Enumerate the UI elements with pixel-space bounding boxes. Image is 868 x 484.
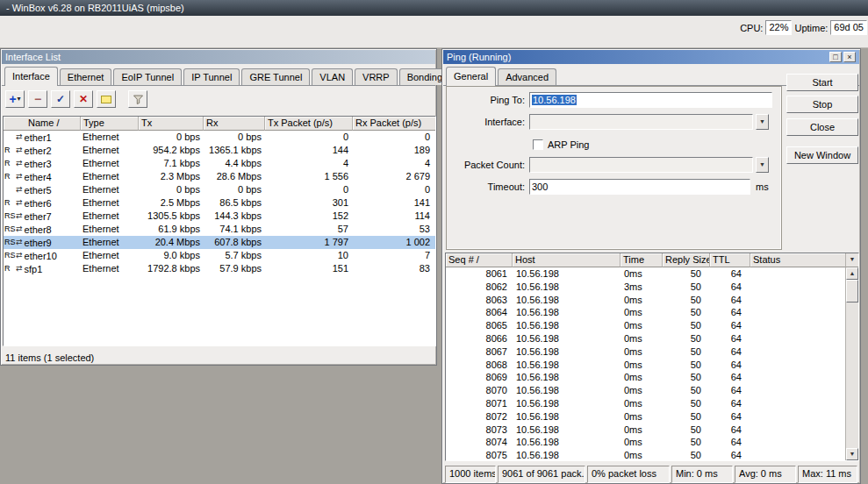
interface-tx-packet: 152 [265,210,353,223]
column-rx-packet[interactable]: Rx Packet (p/s) [353,117,435,131]
tab-vlan[interactable]: VLAN [312,68,353,85]
ping-status [750,267,845,281]
tab-ip-tunnel[interactable]: IP Tunnel [183,68,240,85]
interface-tx-packet: 0 [265,183,353,196]
column-status[interactable]: Status [750,253,845,267]
table-row[interactable]: ⇄ ether1 Ethernet 0 bps 0 bps 0 0 [4,131,435,144]
system-resources: CPU: 22% Uptime: 69d 05 [740,20,867,35]
status-min: Min: 0 ms [671,466,733,483]
table-row[interactable]: RS ⇄ ether10 Ethernet 9.0 kbps 5.7 kbps … [4,249,435,262]
arp-ping-checkbox[interactable] [533,139,543,150]
packet-count-dropdown-button[interactable]: ▼ [756,157,769,173]
ping-result-row[interactable]: 8070 10.56.198 0ms 50 64 [446,384,845,397]
filter-button[interactable] [128,90,147,108]
scrollbar-thumb[interactable] [846,280,858,302]
ping-result-row[interactable]: 8067 10.56.198 0ms 50 64 [446,345,845,359]
column-tx-packet[interactable]: Tx Packet (p/s) [265,117,353,131]
column-time[interactable]: Time [621,253,663,267]
column-tx[interactable]: Tx [139,117,204,131]
tab-vrrp[interactable]: VRRP [355,68,398,85]
interface-dropdown-button[interactable]: ▼ [756,114,769,130]
disable-button[interactable]: ✕ [74,90,93,108]
scroll-down-button[interactable]: ▼ [846,448,858,460]
table-row[interactable]: R ⇄ ether4 Ethernet 2.3 Mbps 28.6 Mbps 1… [4,170,435,183]
ping-ttl: 64 [710,267,750,281]
enable-button[interactable]: ✓ [51,90,70,108]
table-row[interactable]: RS ⇄ ether7 Ethernet 1305.5 kbps 144.3 k… [4,210,435,223]
add-button[interactable]: + ▾ [5,90,25,108]
ping-result-row[interactable]: 8075 10.56.198 0ms 50 64 [446,449,845,460]
table-row[interactable]: RS ⇄ ether8 Ethernet 61.9 kbps 74.1 kbps… [4,223,435,236]
status-packet-loss: 0% packet loss [587,466,670,483]
ping-to-input[interactable]: 10.56.198 [529,92,772,108]
interface-icon: ⇄ [16,265,23,273]
ping-reply-size: 50 [663,371,710,384]
table-row[interactable]: R ⇄ ether3 Ethernet 7.1 kbps 4.4 kbps 4 … [4,157,435,170]
interface-table-header: Name / Type Tx Rx Tx Packet (p/s) Rx Pac… [4,117,435,131]
tab-eoip-tunnel[interactable]: EoIP Tunnel [113,68,182,85]
interface-list-titlebar[interactable]: Interface List [2,50,435,64]
interface-tx: 61.9 kbps [139,223,204,236]
table-row[interactable]: R ⇄ sfp1 Ethernet 1792.8 kbps 57.9 kbps … [4,262,435,275]
ping-result-row[interactable]: 8063 10.56.198 0ms 50 64 [446,294,845,307]
ping-result-row[interactable]: 8068 10.56.198 0ms 50 64 [446,359,845,372]
comment-button[interactable] [97,90,116,108]
interface-type: Ethernet [81,223,139,236]
table-row[interactable]: ⇄ ether5 Ethernet 0 bps 0 bps 0 0 [4,183,435,196]
ping-result-row[interactable]: 8066 10.56.198 0ms 50 64 [446,332,845,345]
row-flag: R [4,157,16,170]
table-row[interactable]: R ⇄ ether2 Ethernet 954.2 kbps 1365.1 kb… [4,144,435,157]
ping-result-row[interactable]: 8061 10.56.198 0ms 50 64 [446,267,845,281]
column-seq[interactable]: Seq # / [446,253,513,267]
interface-tx: 2.3 Mbps [139,170,204,183]
row-name-cell: ⇄ ether6 [16,196,81,210]
ping-time: 3ms [621,281,663,294]
ping-result-row[interactable]: 8073 10.56.198 0ms 50 64 [446,424,845,437]
column-type[interactable]: Type [81,117,139,131]
ping-host: 10.56.198 [513,345,621,359]
interface-tx-packet: 57 [265,223,353,236]
interface-name: ether4 [25,171,52,183]
remove-button[interactable]: − [28,90,47,108]
column-name[interactable]: Name / [4,117,81,131]
timeout-input[interactable]: 300 [529,179,750,195]
ping-result-row[interactable]: 8064 10.56.198 0ms 50 64 [446,306,845,319]
interface-select[interactable] [529,114,753,130]
column-ttl[interactable]: TTL [710,253,750,267]
interface-tx-packet: 144 [265,144,353,157]
table-row[interactable]: RS ⇄ ether9 Ethernet 20.4 Mbps 607.8 kbp… [4,236,435,249]
interface-list-status: 11 items (1 selected) [5,351,94,365]
ping-result-row[interactable]: 8062 10.56.198 3ms 50 64 [446,281,845,294]
ping-result-row[interactable]: 8072 10.56.198 0ms 50 64 [446,410,845,424]
new-window-button[interactable]: New Window [786,146,858,164]
ping-result-row[interactable]: 8074 10.56.198 0ms 50 64 [446,436,845,449]
scroll-up-button[interactable]: ▲ [846,267,858,280]
table-row[interactable]: R ⇄ ether6 Ethernet 2.5 Mbps 86.5 kbps 3… [4,196,435,210]
tab-interface[interactable]: Interface [4,67,58,86]
app-titlebar[interactable]: - WinBox v6.28 on RB2011UiAS (mipsbe) [0,0,868,16]
column-rx[interactable]: Rx [204,117,265,131]
ping-ttl: 64 [710,410,750,424]
ping-result-row[interactable]: 8071 10.56.198 0ms 50 64 [446,397,845,410]
packet-count-select[interactable] [529,157,753,173]
detach-button[interactable]: □ [829,52,842,62]
column-reply-size[interactable]: Reply Size [663,253,710,267]
ping-host: 10.56.198 [513,294,621,307]
column-menu-button[interactable]: ▼ [845,253,858,267]
interface-rx: 0 bps [204,183,265,196]
start-button[interactable]: Start [786,74,858,91]
ping-status [750,345,845,359]
close-window-button[interactable]: × [843,52,856,62]
tab-ethernet[interactable]: Ethernet [60,68,112,85]
vertical-scrollbar[interactable]: ▲ ▼ [845,267,858,460]
close-button[interactable]: Close [786,118,858,136]
interface-rx-packet: 1 002 [353,236,435,249]
column-host[interactable]: Host [513,253,621,267]
ping-titlebar[interactable]: Ping (Running) □ × [443,50,859,64]
tab-gre-tunnel[interactable]: GRE Tunnel [241,68,310,85]
ping-result-row[interactable]: 8069 10.56.198 0ms 50 64 [446,371,845,384]
tab-advanced[interactable]: Advanced [498,68,556,85]
ping-result-row[interactable]: 8065 10.56.198 0ms 50 64 [446,319,845,332]
stop-button[interactable]: Stop [786,96,858,113]
tab-general[interactable]: General [446,67,496,86]
